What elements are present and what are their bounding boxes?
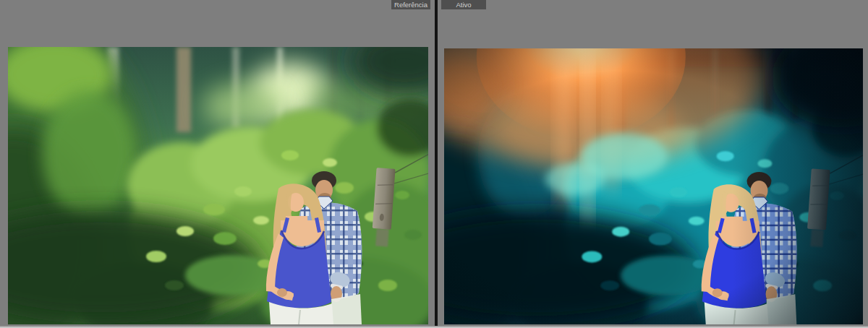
- right-edge-shadow: [733, 48, 863, 324]
- reference-photo-illustration: [8, 47, 428, 324]
- tab-referencia[interactable]: Referência: [391, 0, 430, 9]
- active-photo-illustration: [444, 48, 863, 324]
- reference-photo[interactable]: [8, 47, 428, 324]
- compare-view: Referência Ativo: [0, 0, 868, 328]
- tab-ativo[interactable]: Ativo: [441, 0, 486, 9]
- pane-divider: [435, 0, 438, 328]
- active-photo[interactable]: [444, 48, 863, 324]
